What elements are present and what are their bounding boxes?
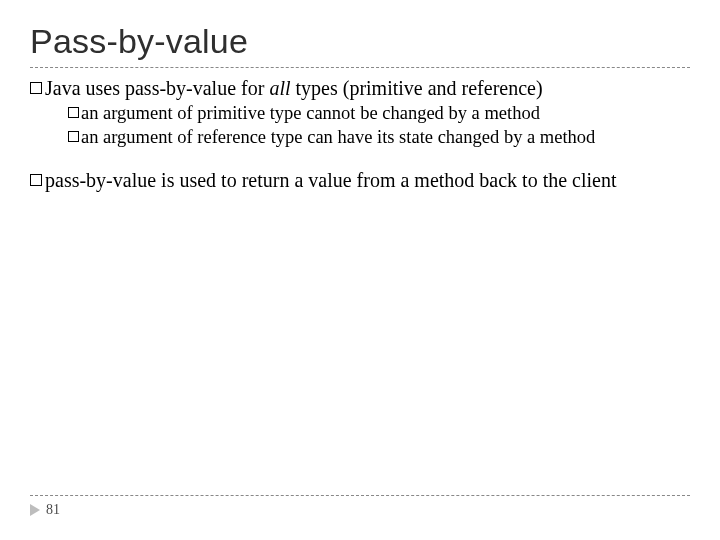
bullet-1: Java uses pass-by-value for all types (p… xyxy=(30,76,690,100)
square-bullet-icon xyxy=(30,174,42,186)
spacer xyxy=(30,150,690,166)
square-bullet-icon xyxy=(30,82,42,94)
slide-title: Pass-by-value xyxy=(30,22,690,61)
bullet-1b-text: an argument of reference type can have i… xyxy=(81,127,595,147)
bullet-1-text-em: all xyxy=(269,77,290,99)
bullet-1-text-pre: Java uses pass-by-value for xyxy=(45,77,269,99)
page-arrow-icon xyxy=(30,504,40,516)
slide: Pass-by-value Java uses pass-by-value fo… xyxy=(0,0,720,540)
bullet-1a: an argument of primitive type cannot be … xyxy=(68,102,690,125)
slide-footer: 81 xyxy=(30,495,690,518)
square-bullet-icon xyxy=(68,131,79,142)
bullet-1b: an argument of reference type can have i… xyxy=(68,126,690,149)
footer-separator xyxy=(30,495,690,496)
slide-body: Java uses pass-by-value for all types (p… xyxy=(30,76,690,192)
title-separator xyxy=(30,67,690,68)
square-bullet-icon xyxy=(68,107,79,118)
bullet-1a-text: an argument of primitive type cannot be … xyxy=(81,103,540,123)
bullet-2: pass-by-value is used to return a value … xyxy=(30,168,690,192)
page-indicator: 81 xyxy=(30,502,690,518)
page-number: 81 xyxy=(46,502,60,518)
bullet-1-text: Java uses pass-by-value for all types (p… xyxy=(45,77,543,99)
bullet-2-text: pass-by-value is used to return a value … xyxy=(45,169,616,191)
bullet-1-children: an argument of primitive type cannot be … xyxy=(68,102,690,148)
bullet-1-text-post: types (primitive and reference) xyxy=(291,77,543,99)
